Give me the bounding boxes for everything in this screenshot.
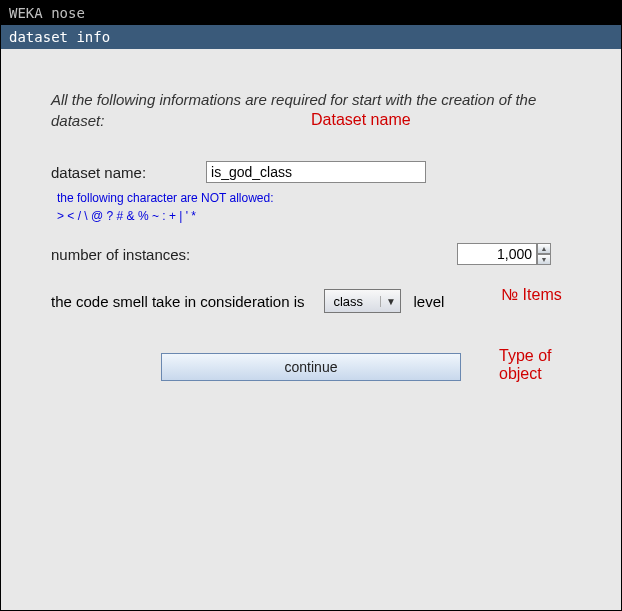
annotation-items: № Items xyxy=(501,286,562,304)
window-title: WEKA nose xyxy=(1,1,621,25)
annotation-type-of-object: Type of object xyxy=(499,347,551,382)
dataset-name-label: dataset name: xyxy=(51,164,146,181)
instances-increment-button[interactable]: ▲ xyxy=(537,243,551,254)
continue-button[interactable]: continue xyxy=(161,353,461,381)
level-prefix-label: the code smell take in consideration is xyxy=(51,293,304,310)
dataset-name-input[interactable] xyxy=(206,161,426,183)
instances-label: number of instances: xyxy=(51,246,190,263)
chevron-down-icon: ▼ xyxy=(380,296,400,307)
level-dropdown[interactable]: class ▼ xyxy=(324,289,401,313)
instances-input[interactable] xyxy=(457,243,537,265)
level-dropdown-selected: class xyxy=(325,294,380,309)
forbidden-chars-warning: the following character are NOT allowed:… xyxy=(57,189,571,225)
annotation-dataset-name: Dataset name xyxy=(311,111,411,129)
panel-title: dataset info xyxy=(1,25,621,49)
level-suffix-label: level xyxy=(413,293,444,310)
instances-decrement-button[interactable]: ▼ xyxy=(537,254,551,265)
